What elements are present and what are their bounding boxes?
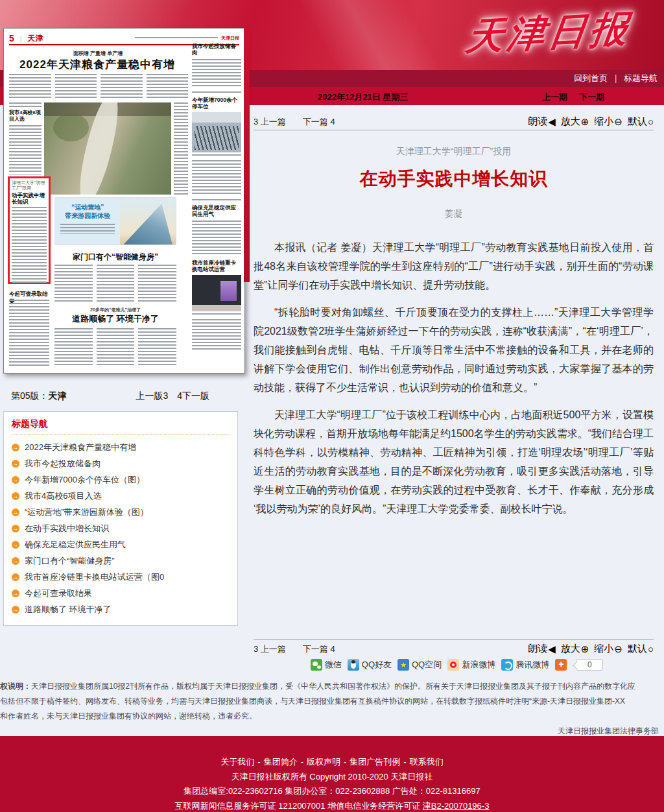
- zoom-in-icon: ⊕: [581, 643, 589, 655]
- placeholder-text-lines: [54, 265, 176, 302]
- next-edition-link[interactable]: 4下一版: [177, 390, 209, 402]
- sport-camp-card: “运动营地” 带来游园新体验: [54, 197, 176, 245]
- read-aloud-button[interactable]: 朗读◀: [528, 643, 556, 655]
- article-paragraph: 本报讯（记者 姜凝）天津理工大学“明理工厂”劳动教育实践基地日前投入使用，首批4…: [254, 238, 654, 294]
- title-nav-item[interactable]: →我市首座冷链重卡换电站试运营（图0: [12, 569, 230, 585]
- article-column: 3 上一篇 下一篇 4 朗读◀ 放大⊕ 缩小⊖ 默认○ 天津理工大学“明理工厂”…: [250, 105, 664, 675]
- disclaimer-line: 权说明：天津日报报业集团所属10报2刊所有作品，版权均属于天津日报报业集团，受《…: [0, 679, 664, 694]
- placeholder-text-lines: [174, 102, 188, 195]
- sport-camp-text: “运动营地” 带来游园新体验: [55, 198, 120, 245]
- read-aloud-button[interactable]: 朗读◀: [528, 115, 556, 128]
- title-nav-item[interactable]: →2022年天津粮食产量稳中有增: [12, 439, 230, 455]
- paper-kicker: 面积增 产量增 单产增: [30, 50, 166, 57]
- share-qzone-button[interactable]: ★QQ空间: [397, 659, 442, 671]
- footer-link-separator: -: [344, 757, 346, 767]
- title-nav-item-label: 家门口有个“智能健身房”: [25, 555, 115, 567]
- zoom-in-button[interactable]: 放大⊕: [561, 643, 589, 655]
- charging-station-photo: [192, 275, 241, 311]
- paper-main-headline: 2022年天津粮食产量稳中有增: [10, 57, 184, 72]
- park-aerial-photo: [44, 102, 171, 195]
- title-nav-item-label: 我市今起投放储备肉: [25, 458, 101, 470]
- title-nav-item-label: 在动手实践中增长知识: [25, 523, 109, 534]
- prev-issue-link[interactable]: 上一期: [542, 91, 567, 103]
- title-nav-item[interactable]: →今起可查录取结果: [12, 585, 230, 601]
- title-nav-item[interactable]: →道路顺畅了 环境干净了: [12, 601, 230, 617]
- highlighted-article-box: 津理工大学“明理工厂”投用 动手实践中增长知识: [8, 176, 51, 284]
- footer-link-group-intro[interactable]: 集团简介: [264, 757, 298, 767]
- next-article-link[interactable]: 下一篇 4: [303, 116, 335, 128]
- footer-link-ads[interactable]: 集团广告刊例: [350, 757, 400, 767]
- prev-article-link[interactable]: 3 上一篇: [254, 643, 286, 655]
- share-tencent-weibo-button[interactable]: 腾讯微博: [501, 659, 549, 671]
- paper-brand: 天津日报: [221, 35, 239, 42]
- paper-red-edge: [244, 28, 250, 282]
- paper-section-name: 天津: [28, 33, 43, 44]
- copyright-disclaimer: 权说明：天津日报报业集团所属10报2刊所有作品，版权均属于天津日报报业集团，受《…: [0, 675, 664, 736]
- footer-license-text: 互联网新闻信息服务许可证 1212007001 增值电信业务经营许可证: [175, 801, 423, 811]
- share-sina-weibo-button[interactable]: 新浪微博: [447, 659, 495, 671]
- left-column: 5 ｜ 天津 天津日报 面积增 产量增 单产增 2022年天津粮食产量稳中有增 …: [3, 28, 245, 626]
- title-nav-item-label: 确保充足稳定供应民生用气: [25, 539, 126, 551]
- qq-icon: [348, 659, 359, 671]
- paper-masthead-divider: ｜: [18, 34, 25, 43]
- wechat-icon: [311, 659, 322, 671]
- zoom-out-button[interactable]: 缩小⊖: [594, 115, 622, 128]
- arrow-bullet-icon: →: [12, 460, 19, 468]
- speaker-icon: ◀: [548, 643, 556, 655]
- title-nav-item[interactable]: →今年新增7000余个停车位（图）: [12, 472, 230, 488]
- footer-link-about[interactable]: 关于我们: [220, 757, 254, 767]
- prev-article-link[interactable]: 3 上一篇: [254, 116, 286, 128]
- paper-headline-storage: 我市今起投放储备肉: [192, 43, 241, 56]
- newspaper-page-thumbnail[interactable]: 5 ｜ 天津 天津日报 面积增 产量增 单产增 2022年天津粮食产量稳中有增 …: [3, 28, 245, 374]
- placeholder-text-lines: [60, 224, 115, 234]
- title-nav-item[interactable]: →家门口有个“智能健身房”: [12, 553, 230, 569]
- footer-contacts: 集团总编室:022-23602716 集团办公室：022-23602888 广告…: [0, 784, 664, 799]
- back-to-home-link[interactable]: 回到首页: [574, 73, 608, 84]
- paper-right-column: 我市今起投放储备肉 今年新增7000余个停车位 确保充足稳定供应民生用气 我市首…: [192, 43, 241, 352]
- share-wechat-button[interactable]: 微信: [311, 659, 342, 671]
- paper-left-strip: 我市4高校6项目入选: [9, 102, 42, 174]
- default-size-button[interactable]: 默认○: [628, 643, 654, 655]
- highlight-kicker: 津理工大学“明理工厂”投用: [12, 180, 47, 191]
- paper-headline-truck: 我市首座冷链重卡换电站试运营: [192, 259, 241, 272]
- article-title: 在动手实践中增长知识: [254, 167, 654, 191]
- qzone-star-icon: ★: [397, 659, 409, 671]
- next-issue-link[interactable]: 下一期: [579, 91, 604, 103]
- pyramid-photo: [120, 198, 176, 245]
- next-article-link[interactable]: 下一篇 4: [303, 643, 335, 655]
- arrow-bullet-icon: →: [12, 492, 19, 500]
- placeholder-text-lines: [192, 313, 241, 316]
- default-size-button[interactable]: 默认○: [628, 115, 654, 128]
- prev-edition-link[interactable]: 上一版3: [136, 390, 168, 402]
- share-qq-button[interactable]: QQ好友: [348, 659, 392, 671]
- placeholder-text-lines: [192, 91, 241, 94]
- edition-nav: 第05版：天津 上一版3 4下一版: [3, 390, 217, 402]
- title-nav-item[interactable]: →我市4高校6项目入选: [12, 488, 230, 504]
- footer-license-link[interactable]: 津B2-20070196-3: [423, 801, 490, 811]
- footer-link-copyright[interactable]: 版权声明: [307, 757, 340, 767]
- title-nav-item[interactable]: →在动手实践中增长知识: [12, 520, 230, 536]
- title-nav-item-label: 今年新增7000余个停车位（图）: [25, 474, 145, 486]
- zoom-in-icon: ⊕: [581, 116, 589, 128]
- title-nav-item[interactable]: →确保充足稳定供应民生用气: [12, 536, 230, 553]
- article-author: 姜凝: [254, 208, 654, 220]
- placeholder-text-lines: [9, 102, 42, 108]
- placeholder-text-lines: [192, 319, 241, 352]
- footer-link-contact[interactable]: 联系我们: [410, 757, 444, 767]
- share-count[interactable]: 0: [576, 659, 603, 671]
- more-share-button[interactable]: +: [555, 659, 567, 671]
- zoom-out-icon: ⊖: [614, 643, 622, 655]
- speaker-icon: ◀: [548, 116, 556, 128]
- article-toolbar-top: 3 上一篇 下一篇 4 朗读◀ 放大⊕ 缩小⊖ 默认○: [254, 115, 654, 130]
- title-nav-link[interactable]: 标题导航: [624, 73, 658, 84]
- title-nav-item[interactable]: →“运动营地”带来游园新体验（图）: [12, 504, 230, 520]
- paper-headline-camp-1: “运动营地”: [55, 203, 120, 211]
- title-nav-item[interactable]: →我市今起投放储备肉: [12, 455, 230, 472]
- arrow-bullet-icon: →: [12, 557, 19, 565]
- zoom-out-button[interactable]: 缩小⊖: [594, 643, 622, 655]
- zoom-in-button[interactable]: 放大⊕: [561, 115, 589, 128]
- placeholder-text-lines: [192, 154, 241, 157]
- title-nav-box: 标题导航 →2022年天津粮食产量稳中有增 →我市今起投放储备肉 →今年新增70…: [3, 411, 238, 626]
- placeholder-text-lines: [54, 328, 176, 367]
- placeholder-text-lines: [192, 199, 241, 202]
